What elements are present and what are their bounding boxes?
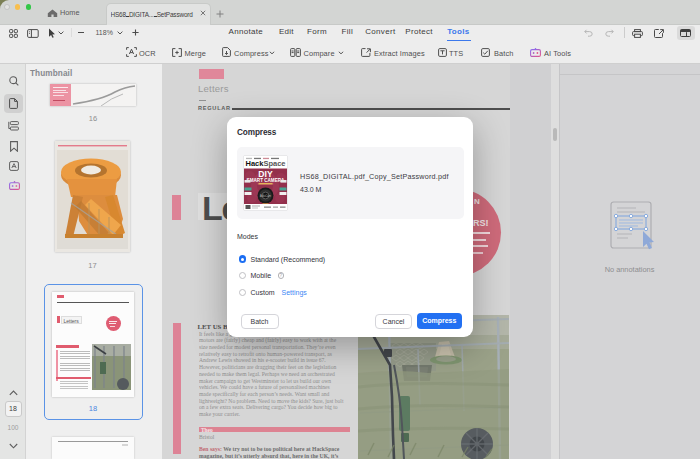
svg-text:SMART CAMERA: SMART CAMERA — [247, 177, 285, 182]
svg-text:HackSpace: HackSpace — [246, 159, 287, 168]
svg-text:ArduCam: ArduCam — [260, 194, 271, 198]
